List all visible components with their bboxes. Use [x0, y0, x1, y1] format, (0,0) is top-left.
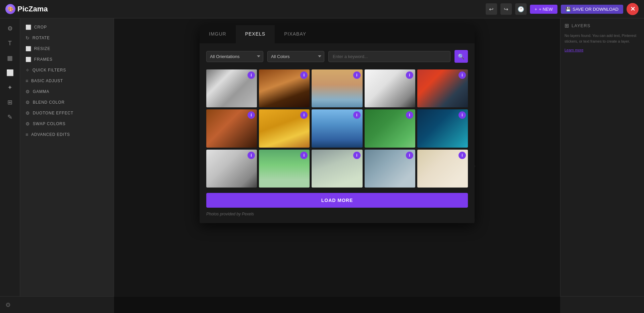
info-badge-4[interactable]: i	[406, 71, 413, 79]
duotone-icon: ⚙	[25, 110, 30, 116]
modal-tabs: IMGUR PEXELS PIXABAY	[200, 25, 475, 43]
text-icon-btn[interactable]: T	[3, 37, 17, 50]
orientation-select[interactable]: All Orientations Landscape Portrait Squa…	[206, 51, 263, 62]
modal: IMGUR PEXELS PIXABAY All Orientations	[200, 25, 475, 223]
mosaic-icon-btn[interactable]: ⊞	[3, 96, 17, 109]
save-icon: 💾	[566, 7, 571, 12]
image-item-9[interactable]: i	[365, 109, 415, 147]
image-item-8[interactable]: i	[312, 109, 362, 147]
icon-sidebar: ⚙ T ▦ ⬜ ✦ ⊞ ✎ ⚙	[0, 18, 20, 313]
gamma-label: GAMMA	[33, 89, 49, 94]
top-bar-actions: ↩ ↪ 🕐 + + NEW 💾 SAVE OR DOWNLOAD ✕	[486, 3, 639, 15]
photos-credit: Photos provided by Pexels	[206, 212, 468, 216]
logo-icon: 🎨	[5, 4, 15, 14]
info-badge-3[interactable]: i	[353, 71, 361, 79]
image-item-6[interactable]: i	[206, 109, 257, 147]
rotate-icon: ↻	[25, 35, 30, 41]
frames-icon-btn[interactable]: ⬜	[3, 66, 17, 80]
blend-color-label: BLEND COLOR	[33, 100, 65, 105]
layers-title: LAYERS	[572, 23, 590, 28]
main-layout: ⚙ T ▦ ⬜ ✦ ⊞ ✎ ⚙ ⬜ CROP ↻ ROTATE ⬜ RESIZE…	[0, 18, 644, 313]
swap-colors-label: SWAP COLORS	[33, 121, 66, 126]
panel-item-crop[interactable]: ⬜ CROP	[20, 22, 114, 33]
search-button[interactable]: 🔍	[454, 50, 468, 63]
resize-icon: ⬜	[25, 46, 32, 51]
layers-panel-icon: ⊞	[565, 22, 569, 29]
duotone-label: DUOTONE EFFECT	[33, 111, 73, 115]
image-item-7[interactable]: i	[259, 109, 310, 147]
right-panel: ⊞ LAYERS No layers found. You can add te…	[560, 18, 644, 313]
load-more-button[interactable]: LOAD MORE	[206, 193, 468, 208]
image-item-12[interactable]: i	[259, 150, 310, 188]
keyword-search-input[interactable]	[328, 51, 450, 62]
left-panel: ⬜ CROP ↻ ROTATE ⬜ RESIZE ⬜ FRAMES ✧ QUIC…	[20, 18, 114, 313]
canvas-area: IMGUR PEXELS PIXABAY All Orientations	[114, 18, 560, 313]
panel-item-blend-color[interactable]: ⚙ BLEND COLOR	[20, 97, 114, 108]
info-badge-8[interactable]: i	[353, 111, 361, 119]
history-button[interactable]: 🕐	[515, 3, 527, 15]
color-select[interactable]: All Colors Red Orange Yellow Green Blue …	[267, 51, 324, 62]
image-grid: i i i	[206, 69, 468, 188]
image-item-13[interactable]: i	[312, 150, 362, 188]
panel-item-quick-filters[interactable]: ✧ QUICK FILTERS	[20, 65, 114, 75]
frames-label: FRAMES	[34, 57, 53, 62]
image-item-1[interactable]: i	[206, 69, 257, 107]
panel-item-advanced-edits[interactable]: ≡ ADVANCED EDITS	[20, 129, 114, 140]
panel-item-swap-colors[interactable]: ⚙ SWAP COLORS	[20, 118, 114, 129]
top-bar: 🎨 PicZama ↩ ↪ 🕐 + + NEW 💾 SAVE OR DOWNLO…	[0, 0, 644, 18]
image-item-15[interactable]: i	[417, 150, 468, 188]
logo: 🎨 PicZama	[5, 4, 48, 14]
image-item-5[interactable]: i	[417, 69, 468, 107]
right-panel-header: ⊞ LAYERS	[565, 22, 640, 29]
save-button[interactable]: 💾 SAVE OR DOWNLOAD	[561, 5, 623, 14]
panel-item-frames[interactable]: ⬜ FRAMES	[20, 54, 114, 65]
layers-empty-text: No layers found. You can add text, Pinte…	[565, 33, 640, 44]
crop-label: CROP	[34, 25, 47, 30]
image-item-10[interactable]: i	[417, 109, 468, 147]
undo-button[interactable]: ↩	[486, 3, 497, 15]
tab-pexels[interactable]: PEXELS	[236, 25, 275, 43]
filters-icon-btn[interactable]: ⚙	[3, 22, 17, 35]
tab-pixabay[interactable]: PIXABAY	[275, 25, 316, 43]
modal-body: All Orientations Landscape Portrait Squa…	[200, 43, 475, 223]
info-badge-14[interactable]: i	[406, 152, 413, 159]
panel-item-basic-adjust[interactable]: ≡ BASIC ADJUST	[20, 75, 114, 86]
rotate-label: ROTATE	[33, 36, 50, 40]
image-item-14[interactable]: i	[365, 150, 415, 188]
image-item-2[interactable]: i	[259, 69, 310, 107]
image-item-4[interactable]: i	[365, 69, 415, 107]
basic-adjust-label: BASIC ADJUST	[31, 79, 63, 83]
settings-bottom-icon[interactable]: ⚙	[5, 301, 11, 309]
search-icon: 🔍	[458, 53, 465, 60]
tab-imgur[interactable]: IMGUR	[200, 25, 236, 43]
swap-colors-icon: ⚙	[25, 121, 30, 126]
info-badge-5[interactable]: i	[459, 71, 466, 79]
pen-icon-btn[interactable]: ✎	[3, 110, 17, 124]
panel-item-duotone[interactable]: ⚙ DUOTONE EFFECT	[20, 108, 114, 118]
info-badge-11[interactable]: i	[248, 152, 255, 159]
stickers-icon-btn[interactable]: ✦	[3, 81, 17, 94]
image-item-3[interactable]: i	[312, 69, 362, 107]
gamma-icon: ⚙	[25, 89, 30, 94]
image-item-11[interactable]: i	[206, 150, 257, 188]
advanced-edits-icon: ≡	[25, 132, 29, 137]
layers-icon-btn[interactable]: ▦	[3, 51, 17, 65]
blend-color-icon: ⚙	[25, 100, 30, 105]
quick-filters-icon: ✧	[25, 67, 30, 73]
filters-row: All Orientations Landscape Portrait Squa…	[206, 50, 468, 63]
panel-item-rotate[interactable]: ↻ ROTATE	[20, 33, 114, 43]
logo-text: PicZama	[17, 5, 48, 13]
close-button[interactable]: ✕	[627, 3, 639, 15]
learn-more-link[interactable]: Learn more	[565, 48, 583, 52]
info-badge-13[interactable]: i	[353, 152, 361, 159]
panel-item-resize[interactable]: ⬜ RESIZE	[20, 43, 114, 54]
frames-icon: ⬜	[25, 57, 32, 62]
crop-icon: ⬜	[25, 24, 32, 30]
quick-filters-label: QUICK FILTERS	[33, 68, 66, 72]
resize-label: RESIZE	[34, 46, 50, 51]
basic-adjust-icon: ≡	[25, 78, 29, 84]
info-badge-15[interactable]: i	[459, 152, 466, 159]
new-button[interactable]: + + NEW	[530, 5, 557, 14]
redo-button[interactable]: ↪	[500, 3, 512, 15]
panel-item-gamma[interactable]: ⚙ GAMMA	[20, 86, 114, 97]
